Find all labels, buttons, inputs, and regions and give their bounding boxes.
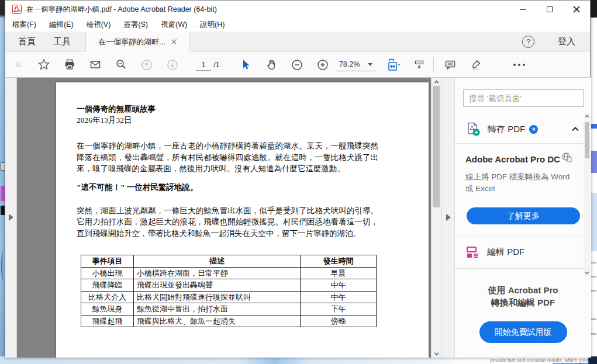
menu-file[interactable]: 檔案(F)	[12, 20, 36, 30]
panel-scroll-down-button[interactable]	[584, 269, 591, 276]
globe-document-icon	[561, 152, 574, 164]
search-button[interactable]	[115, 59, 127, 71]
menu-window[interactable]: 視窗(W)	[161, 20, 187, 30]
print-button[interactable]	[64, 59, 75, 71]
scrollbar-thumb[interactable]	[433, 86, 440, 207]
menu-bar: 檔案(F) 編輯(E) 檢視(V) 簽署(S) 視窗(W) 說明(H)	[5, 18, 590, 32]
page-up-icon	[141, 58, 153, 71]
pointer-icon	[240, 59, 251, 71]
zoom-level-dropdown[interactable]: 78.2%	[336, 58, 376, 71]
table-cell: 早晨	[301, 267, 377, 279]
export-pdf-icon	[465, 122, 481, 137]
fit-width-button[interactable]	[384, 59, 404, 71]
start-free-trial-button[interactable]: 開始免費試用版	[479, 321, 567, 343]
collapse-tools-pane-icon	[446, 214, 451, 221]
tools-pane-collapse-strip[interactable]	[441, 78, 454, 358]
chevron-up-icon	[571, 125, 579, 133]
page-number-input[interactable]	[196, 59, 211, 71]
tools-search	[463, 89, 583, 107]
zoom-in-button[interactable]	[317, 59, 329, 71]
pdf-document-title: 一個傳奇的無厘頭故事	[77, 103, 378, 115]
tab-document[interactable]: 在一個寧靜的湖畔...	[85, 32, 189, 52]
sign-in-button[interactable]: 登入	[558, 32, 575, 52]
scroll-down-button[interactable]	[432, 349, 441, 358]
comment-icon	[444, 58, 456, 71]
acrobat-app-icon	[12, 5, 22, 14]
table-cell: 比格犬開始對飛碟進行嗅探並吠叫	[134, 291, 301, 303]
pdf-quote-line: "這不可能！" 一位村民驚訝地說。	[77, 182, 378, 193]
table-cell: 飛碟出現並發出轟鳴聲	[134, 279, 301, 292]
panel-scrollbar-thumb[interactable]	[585, 122, 589, 158]
zoom-out-button[interactable]	[291, 59, 303, 71]
minimize-icon	[520, 9, 526, 10]
table-cell: 傍晚	[301, 315, 377, 327]
email-button[interactable]	[89, 59, 101, 71]
table-cell: 飛碟起飛	[81, 315, 134, 327]
trial-title-line2: 轉換和編輯 PDF	[455, 296, 591, 308]
menu-view[interactable]: 檢視(V)	[87, 20, 111, 30]
hand-tool-button[interactable]	[265, 59, 277, 71]
tab-close-icon[interactable]	[171, 39, 177, 44]
tab-home[interactable]: 首頁	[18, 32, 36, 52]
chevron-down-icon	[434, 351, 439, 356]
next-page-button[interactable]	[167, 59, 178, 71]
document-scrollbar[interactable]	[431, 78, 441, 358]
maximize-button[interactable]	[536, 1, 563, 18]
table-cell: 下午	[301, 303, 377, 316]
trial-title-line1: 使用 Acrobat Pro	[455, 284, 591, 296]
learn-more-button[interactable]: 了解更多	[467, 207, 580, 224]
scroll-up-button[interactable]	[432, 78, 441, 86]
toolbar-divider	[433, 57, 434, 72]
highlight-button[interactable]	[470, 59, 482, 71]
main-area: 一個傳奇的無厘頭故事 2026年13月32日 在一個寧靜的湖畔小鎮，一座古老的小…	[5, 78, 590, 358]
pdf-paragraph-2: 突然，湖面上波光粼粼，一條巨大的鯨魚冒出水面，似乎是受到了比格犬吠叫的引導。它用…	[77, 205, 378, 240]
tab-tools[interactable]: 工具	[53, 32, 71, 52]
table-header-cell: 發生時間	[301, 255, 377, 268]
star-icon	[38, 58, 50, 71]
export-pdf-section-header[interactable]: 轉存 PDF ★	[455, 115, 591, 143]
minimize-button[interactable]	[509, 1, 536, 18]
pdf-paragraph-1: 在一個寧靜的湖畔小鎮，一座古老的小橋靜靜橫跨著碧藍的湖水。某天，一艘飛碟突然降落…	[77, 140, 378, 175]
table-header-cell: 描述	[134, 255, 301, 268]
menu-help[interactable]: 說明(H)	[200, 20, 225, 30]
page-down-icon	[167, 58, 178, 71]
select-tool-button[interactable]	[240, 59, 251, 71]
save-button[interactable]	[12, 59, 24, 71]
email-icon	[89, 58, 101, 71]
tools-search-input[interactable]	[463, 89, 584, 107]
table-row: 小橋出現 小橋橫跨在湖面，日常平靜 早晨	[81, 267, 377, 279]
close-button[interactable]	[563, 1, 590, 18]
chevron-up-icon	[585, 114, 589, 119]
menu-sign[interactable]: 簽署(S)	[123, 20, 148, 30]
chevron-down-icon	[368, 63, 372, 66]
table-row: 比格犬介入 比格犬開始對飛碟進行嗅探並吠叫 中午	[81, 291, 377, 303]
navigation-pane-strip[interactable]	[5, 78, 17, 358]
chevron-down-icon	[585, 271, 589, 275]
zoom-in-icon	[317, 58, 329, 71]
table-row: 鯨魚現身 鯨魚從湖中冒出，拍打水面 下午	[81, 303, 377, 316]
edit-pdf-tool[interactable]: 編輯 PDF	[455, 235, 591, 268]
table-cell: 中午	[301, 291, 377, 303]
save-icon	[16, 62, 21, 67]
comment-button[interactable]	[444, 59, 456, 71]
maximize-icon	[547, 6, 553, 12]
acrobat-pro-promo: Adobe Acrobat Pro DC 線上將 PDF 檔案轉換為 Word …	[455, 144, 591, 224]
table-cell: 中午	[301, 279, 377, 292]
tools-panel: 轉存 PDF ★ Adobe Acrobat Pro DC 線上將 PDF 檔案…	[454, 78, 591, 358]
previous-page-button[interactable]	[141, 59, 153, 71]
table-header-row: 事件項目 描述 發生時間	[81, 255, 377, 268]
expand-navigation-icon	[9, 214, 13, 221]
help-icon: ?	[526, 37, 530, 46]
tools-panel-scrollbar[interactable]	[584, 113, 591, 276]
favorites-button[interactable]	[38, 59, 50, 71]
menu-edit[interactable]: 編輯(E)	[49, 20, 74, 30]
help-button[interactable]: ?	[522, 36, 534, 48]
zoom-out-icon	[291, 58, 303, 71]
page-scrolling-button[interactable]	[413, 59, 425, 71]
table-cell: 小橋出現	[81, 267, 134, 279]
more-tools-button[interactable]	[513, 59, 525, 71]
document-view: 一個傳奇的無厘頭故事 2026年13月32日 在一個寧靜的湖畔小鎮，一座古老的小…	[18, 78, 431, 358]
promo-description: 線上將 PDF 檔案轉換為 Word 或 Excel	[465, 171, 574, 195]
panel-scroll-up-button[interactable]	[584, 113, 591, 120]
ellipsis-icon	[513, 64, 525, 66]
